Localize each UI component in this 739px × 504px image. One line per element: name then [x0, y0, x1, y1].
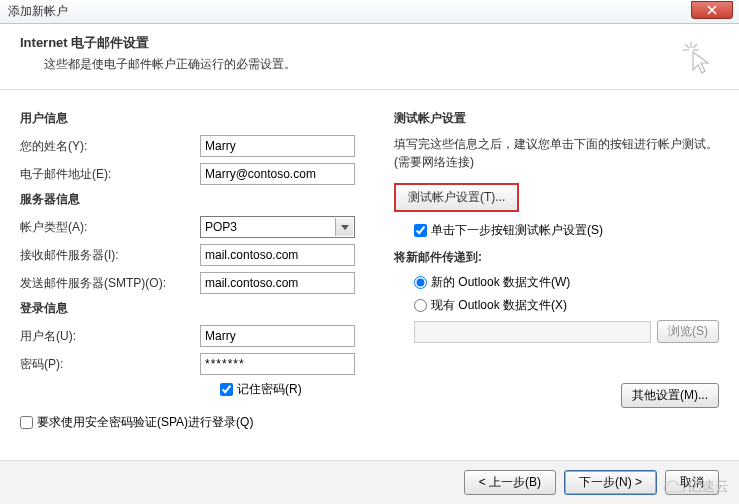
test-on-next-label: 单击下一步按钮测试帐户设置(S)	[431, 222, 603, 239]
content-area: 用户信息 您的姓名(Y): 电子邮件地址(E): 服务器信息 帐户类型(A): …	[0, 90, 739, 431]
incoming-server-input[interactable]	[200, 244, 355, 266]
email-input[interactable]	[200, 163, 355, 185]
username-label: 用户名(U):	[20, 328, 200, 345]
section-user-info: 用户信息	[20, 110, 370, 127]
password-label: 密码(P):	[20, 356, 200, 373]
incoming-server-label: 接收邮件服务器(I):	[20, 247, 200, 264]
outgoing-server-input[interactable]	[200, 272, 355, 294]
password-input[interactable]	[200, 353, 355, 375]
test-description: 填写完这些信息之后，建议您单击下面的按钮进行帐户测试。(需要网络连接)	[394, 135, 719, 171]
back-button[interactable]: < 上一步(B)	[464, 470, 556, 495]
deliver-existing-label: 现有 Outlook 数据文件(X)	[431, 297, 567, 314]
cancel-button[interactable]: 取消	[665, 470, 719, 495]
svg-line-3	[693, 44, 697, 48]
account-type-value: POP3	[205, 220, 237, 234]
section-test-settings: 测试帐户设置	[394, 110, 719, 127]
deliver-existing-radio[interactable]	[414, 299, 427, 312]
svg-line-2	[685, 44, 689, 48]
deliver-new-radio[interactable]	[414, 276, 427, 289]
next-button[interactable]: 下一步(N) >	[564, 470, 657, 495]
test-on-next-checkbox[interactable]	[414, 224, 427, 237]
outgoing-server-label: 发送邮件服务器(SMTP)(O):	[20, 275, 200, 292]
section-login-info: 登录信息	[20, 300, 370, 317]
close-button[interactable]	[691, 1, 733, 19]
section-deliver-to: 将新邮件传递到:	[394, 249, 719, 266]
spa-checkbox[interactable]	[20, 416, 33, 429]
section-server-info: 服务器信息	[20, 191, 370, 208]
test-account-button[interactable]: 测试帐户设置(T)...	[394, 183, 519, 212]
header-subtitle: 这些都是使电子邮件帐户正确运行的必需设置。	[44, 56, 719, 73]
account-type-select[interactable]: POP3	[200, 216, 355, 238]
data-file-path-input	[414, 321, 651, 343]
header-title: Internet 电子邮件设置	[20, 34, 719, 52]
name-label: 您的姓名(Y):	[20, 138, 200, 155]
spa-label: 要求使用安全密码验证(SPA)进行登录(Q)	[37, 414, 253, 431]
left-column: 用户信息 您的姓名(Y): 电子邮件地址(E): 服务器信息 帐户类型(A): …	[20, 106, 370, 431]
more-settings-button[interactable]: 其他设置(M)...	[621, 383, 719, 408]
username-input[interactable]	[200, 325, 355, 347]
account-type-label: 帐户类型(A):	[20, 219, 200, 236]
window-title: 添加新帐户	[8, 3, 68, 20]
title-bar: 添加新帐户	[0, 0, 739, 24]
remember-password-label: 记住密码(R)	[237, 381, 302, 398]
close-icon	[707, 5, 717, 15]
name-input[interactable]	[200, 135, 355, 157]
chevron-down-icon	[335, 218, 353, 236]
wizard-cursor-icon	[681, 40, 717, 79]
deliver-new-label: 新的 Outlook 数据文件(W)	[431, 274, 570, 291]
footer-bar: < 上一步(B) 下一步(N) > 取消	[0, 460, 739, 504]
right-column: 测试帐户设置 填写完这些信息之后，建议您单击下面的按钮进行帐户测试。(需要网络连…	[394, 106, 719, 431]
header-section: Internet 电子邮件设置 这些都是使电子邮件帐户正确运行的必需设置。	[0, 24, 739, 90]
email-label: 电子邮件地址(E):	[20, 166, 200, 183]
browse-button: 浏览(S)	[657, 320, 719, 343]
remember-password-checkbox[interactable]	[220, 383, 233, 396]
